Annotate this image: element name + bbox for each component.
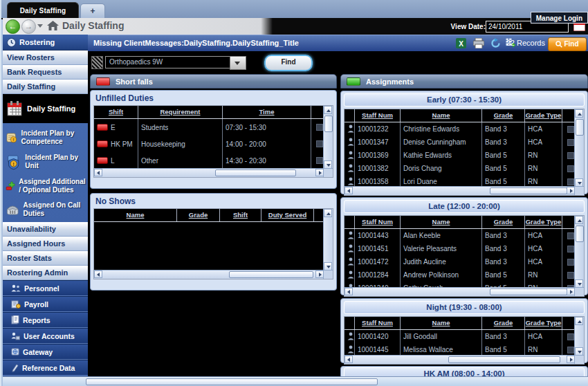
scroll-up-button[interactable] — [324, 106, 332, 114]
scroll-up-button[interactable] — [575, 317, 583, 325]
unfilled-duty-row[interactable]: HK PMHousekeeping14:00 - 20:00 — [94, 136, 324, 152]
sidebar-item-bank-requests[interactable]: Bank Requests — [3, 65, 88, 80]
ward-select[interactable]: Orthopaedics 9W — [105, 56, 233, 68]
no-shows-horizontal-scrollbar[interactable] — [94, 270, 324, 279]
assignment-row[interactable]: 10001472Judith AuclineBand 3HCA — [344, 255, 575, 268]
row-action-icon[interactable] — [567, 165, 574, 172]
sidebar-item-incident-plan-by-unit[interactable]: ! Incident Plan by Unit — [6, 151, 86, 172]
history-dropdown-icon[interactable] — [37, 24, 43, 28]
scroll-left-button[interactable] — [344, 288, 353, 295]
column-header[interactable]: Requirement — [138, 106, 223, 118]
column-header[interactable]: Grade — [482, 109, 525, 122]
sidebar-item-view-rosters[interactable]: View Rosters — [3, 50, 88, 65]
column-header[interactable]: Staff Num — [355, 317, 401, 329]
column-header[interactable]: Grade Type — [525, 216, 562, 228]
assignment-vertical-scrollbar[interactable] — [574, 109, 584, 187]
column-header[interactable]: Grade — [482, 216, 525, 228]
scroll-thumb[interactable] — [324, 116, 333, 132]
sidebar-section-reports[interactable]: Reports — [3, 312, 88, 328]
scroll-thumb[interactable] — [576, 119, 584, 136]
column-header[interactable]: Grade Type — [525, 317, 562, 329]
column-header[interactable]: Name — [94, 209, 177, 221]
scroll-left-button[interactable] — [94, 270, 102, 278]
assignment-row[interactable]: 10001347Denise CunninghamBand 3HCA — [344, 136, 575, 149]
column-header[interactable] — [562, 317, 575, 329]
column-header[interactable]: Grade — [482, 317, 525, 329]
row-action-icon[interactable] — [567, 126, 574, 133]
forward-button[interactable]: → — [21, 19, 36, 34]
assignment-row[interactable]: 10001284Andrew PolkinsonBand 5RN — [344, 268, 575, 282]
column-header[interactable]: Time — [223, 106, 311, 118]
column-header[interactable]: Grade Type — [525, 109, 562, 122]
home-icon[interactable] — [47, 21, 59, 34]
column-header[interactable] — [314, 209, 324, 221]
sidebar-item-assigned-hours[interactable]: Assigned Hours — [3, 237, 88, 251]
unfilled-duty-row[interactable]: EStudents07:30 - 15:30 — [94, 119, 324, 136]
sidebar-selected-daily-staffing[interactable]: Daily Staffing — [3, 94, 88, 123]
row-action-icon[interactable] — [567, 272, 574, 279]
sidebar-section-payroll[interactable]: Payroll — [3, 296, 88, 312]
column-header[interactable] — [344, 216, 355, 228]
manage-login-button[interactable]: Manage Login — [531, 12, 588, 24]
row-action-icon[interactable] — [567, 139, 574, 146]
back-button[interactable]: ← — [6, 19, 20, 34]
row-action-icon[interactable] — [567, 178, 574, 185]
column-header[interactable]: Name — [401, 317, 482, 329]
sidebar-section-gateway[interactable]: Gateway — [3, 344, 88, 360]
column-header[interactable] — [562, 216, 575, 228]
unfilled-duty-row[interactable]: LOther14:30 - 20:30 — [94, 152, 324, 169]
sidebar-section-rostering[interactable]: Rostering — [3, 35, 88, 50]
scroll-left-button[interactable] — [94, 169, 102, 176]
no-shows-vertical-scrollbar[interactable] — [323, 209, 333, 270]
sidebar-item-rostering-admin[interactable]: Rostering Admin — [3, 266, 88, 280]
sidebar-item-assigned-additional-optional-duties[interactable]: Assigned Additional / Optional Duties — [6, 176, 86, 196]
assignment-row[interactable]: 10001443Alan KeebleBand 3HCA — [344, 229, 575, 242]
column-header[interactable]: Staff Num — [355, 216, 401, 228]
assignment-row[interactable]: 10001451Valerie PleasantsBand 3HCA — [344, 242, 575, 255]
page-horizontal-scrollbar[interactable] — [3, 376, 588, 386]
sidebar-item-incident-plan-by-competence[interactable]: ! Incident Plan by Competence — [6, 127, 86, 148]
sidebar-item-unavailability[interactable]: Unavailability — [3, 222, 88, 237]
unfilled-vertical-scrollbar[interactable] — [323, 106, 333, 169]
sidebar-section-personnel[interactable]: Personnel — [3, 280, 88, 296]
scroll-thumb[interactable] — [215, 169, 296, 176]
assignment-vertical-scrollbar[interactable] — [574, 317, 584, 356]
column-header[interactable]: Name — [401, 109, 482, 122]
filter-find-button[interactable]: Find — [264, 55, 313, 71]
ward-select-dropdown-button[interactable] — [230, 56, 246, 70]
unfilled-horizontal-scrollbar[interactable] — [94, 168, 324, 177]
column-header[interactable]: Duty Served — [261, 209, 314, 221]
scroll-left-button[interactable] — [344, 187, 353, 194]
row-action-icon[interactable] — [567, 232, 574, 239]
row-action-icon[interactable] — [567, 347, 574, 353]
column-header[interactable]: Name — [401, 216, 482, 228]
scroll-thumb[interactable] — [86, 378, 378, 385]
scroll-left-button[interactable] — [344, 356, 353, 363]
column-header[interactable] — [344, 317, 355, 329]
assignment-row[interactable]: 10001420Jill GoodallBand 3HCA — [344, 330, 575, 343]
sidebar-item-daily-staffing[interactable]: Daily Staffing — [3, 80, 88, 94]
column-header[interactable] — [344, 109, 355, 122]
refresh-icon[interactable] — [490, 38, 501, 51]
scroll-thumb[interactable] — [490, 187, 567, 194]
column-header[interactable]: Staff Num — [355, 109, 401, 122]
row-action-icon[interactable] — [567, 333, 574, 340]
column-header[interactable]: Shift — [94, 106, 138, 118]
assignment-horizontal-scrollbar[interactable] — [344, 186, 575, 195]
scroll-thumb[interactable] — [490, 288, 567, 295]
column-header[interactable]: Grade — [177, 209, 220, 221]
row-action-icon[interactable] — [316, 124, 323, 131]
scroll-thumb[interactable] — [229, 271, 313, 278]
find-button[interactable]: Find — [548, 37, 587, 51]
column-header[interactable] — [562, 109, 575, 122]
new-tab-button[interactable]: + — [80, 3, 105, 19]
scroll-thumb[interactable] — [448, 356, 560, 363]
excel-export-icon[interactable]: X — [456, 38, 466, 51]
scroll-up-button[interactable] — [575, 109, 583, 118]
assignment-horizontal-scrollbar[interactable] — [344, 287, 575, 296]
column-header[interactable]: Shift — [220, 209, 261, 221]
sidebar-section-user-accounts[interactable]: User Accounts — [3, 328, 88, 344]
assignment-row[interactable]: 10001369Kathie EdwardsBand 5RN — [344, 149, 575, 162]
assignment-horizontal-scrollbar[interactable] — [344, 355, 575, 364]
column-header[interactable] — [311, 106, 324, 118]
